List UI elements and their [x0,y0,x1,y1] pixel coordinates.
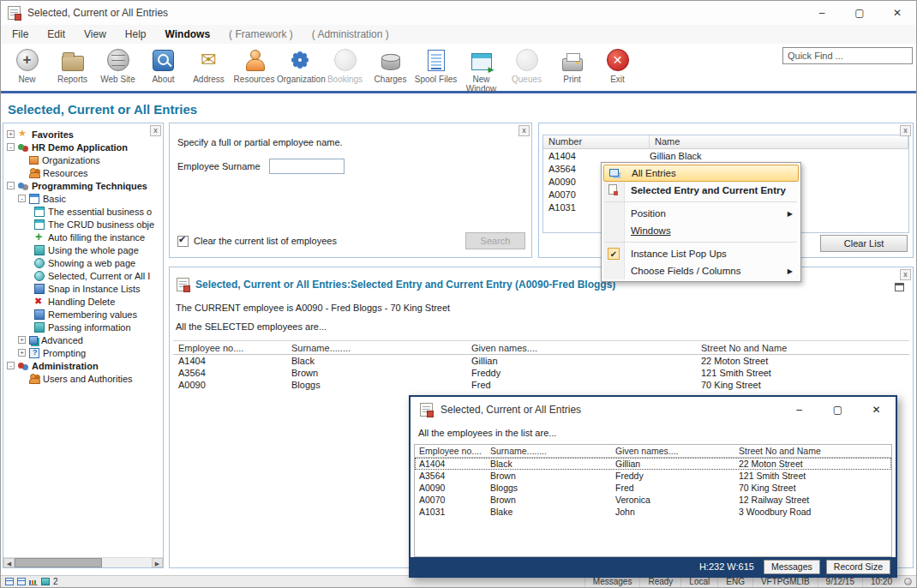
tree-item-basic[interactable]: -Basic [3,192,161,205]
tree-item-hr-demo-application[interactable]: -HR Demo Application [3,141,161,153]
tree-item-passing-information[interactable]: Passing information [3,321,161,333]
toolbar-button-reports[interactable]: Reports [50,46,95,91]
table-row[interactable]: A0070BrownVeronica12 Railway Street [415,494,891,506]
column-header-given-names[interactable]: Given names.... [615,446,739,456]
column-header-name[interactable]: Name [650,135,908,148]
context-menu-item-windows[interactable]: Windows [603,222,799,239]
record-size-button[interactable]: Record Size [826,560,890,574]
table-row[interactable]: A3564BrownFreddy121 Smith Street [173,367,909,379]
table-row[interactable]: A1031BlakeJohn3 Woodbury Road [415,506,891,518]
tree-item-advanced[interactable]: +Advanced [3,333,161,346]
tree-item-users-authorities[interactable]: Users and Authorities [3,372,161,385]
detail-panel-close-icon[interactable]: x [900,269,911,280]
table-row[interactable]: A0090BloggsFred70 King Street [173,379,909,391]
table-row[interactable]: A1404BlackGillian22 Moton Street [173,355,909,367]
tree-item-programming-techniques[interactable]: -Programming Techniques [3,179,161,192]
scrollbar-thumb[interactable] [15,558,102,567]
column-header-employee-no[interactable]: Employee no.... [173,343,291,353]
column-header-surname[interactable]: Surname........ [490,446,615,456]
menu-framework[interactable]: ( Framework ) [219,28,303,40]
toolbar-button-bookings[interactable]: Bookings [322,46,368,91]
menu-windows[interactable]: Windows [156,28,220,40]
toolbar-button-charges[interactable]: Charges [368,46,413,91]
people-icon [29,374,39,384]
menu-view[interactable]: View [75,28,116,40]
clear-list-button[interactable]: Clear List [820,235,908,252]
menu-file[interactable]: File [3,28,38,40]
column-header-employee-no[interactable]: Employee no.... [415,446,490,456]
menu-help[interactable]: Help [116,28,156,40]
restore-icon[interactable] [895,283,904,291]
tree-item-crud-business[interactable]: The CRUD business obje [3,218,161,231]
expander-icon[interactable]: + [18,349,26,357]
column-header-street[interactable]: Street No and Name [739,446,891,456]
close-button[interactable]: ✕ [878,1,916,25]
toolbar-button-address[interactable]: Address [186,46,231,91]
expander-icon[interactable]: + [18,336,26,344]
window-icon [29,194,39,204]
popup-employee-table: Employee no.... Surname........ Given na… [414,444,892,557]
toolbar-button-organization[interactable]: Organization [277,46,322,91]
messages-button[interactable]: Messages [764,560,820,574]
toolbar-button-resources[interactable]: Resources [231,46,277,91]
column-header-number[interactable]: Number [543,135,650,148]
status-indicator-icon [904,578,912,585]
tree-item-remembering-values[interactable]: Remembering values [3,308,161,321]
toolbar-button-website[interactable]: Web Site [95,46,141,91]
tree-item-prompting[interactable]: +Prompting [3,346,161,359]
expander-icon[interactable]: - [7,143,15,151]
toolbar-button-print[interactable]: Print [549,46,595,91]
list-row[interactable]: A1404Gillian Black [543,149,908,162]
clear-list-checkbox[interactable]: ✔ [177,236,189,247]
popup-maximize-button[interactable]: ▢ [818,404,857,416]
maximize-button[interactable]: ▢ [841,1,878,25]
tree-item-auto-filling[interactable]: Auto filling the instance [3,231,161,243]
context-menu-item-position[interactable]: Position▶ [603,205,799,222]
column-header-given-names[interactable]: Given names.... [471,343,701,353]
table-row[interactable]: A3564BrownFreddy121 Smith Street [415,470,891,482]
column-header-street[interactable]: Street No and Name [701,343,909,353]
table-header: Employee no.... Surname........ Given na… [173,340,909,355]
navigation-tree: +Favorites -HR Demo Application Organiza… [3,128,161,556]
expander-icon[interactable]: - [18,195,26,202]
quick-find-input[interactable] [782,47,913,64]
minimize-button[interactable]: – [803,1,841,25]
table-row[interactable]: A0090BloggsFred70 King Street [415,482,891,494]
tree-item-handling-delete[interactable]: Handling Delete [3,295,161,308]
tree-panel-close-icon[interactable]: x [150,125,161,136]
search-button[interactable]: Search [465,232,525,249]
context-menu-item-selected-entry[interactable]: Selected Entry and Current Entry [603,182,799,199]
popup-minimize-button[interactable]: – [780,404,818,416]
toolbar-button-new-window[interactable]: New Window [458,46,504,91]
tree-item-selected-current-all[interactable]: Selected, Current or All I [3,269,161,282]
tree-item-web-page[interactable]: Showing a web page [3,256,161,269]
context-menu-item-all-entries[interactable]: All Entries [603,165,799,182]
tree-item-snap-instance-lists[interactable]: Snap in Instance Lists [3,282,161,295]
table-row-selected[interactable]: A1404BlackGillian22 Moton Street [415,458,891,470]
toolbar-button-spool-files[interactable]: Spool Files [413,46,458,91]
column-header-surname[interactable]: Surname........ [291,343,471,353]
tree-item-resources[interactable]: Resources [3,166,161,179]
context-menu-item-instance-list-popups[interactable]: ✔Instance List Pop Ups [603,245,799,262]
tree-item-essential-business[interactable]: The essential business o [3,205,161,218]
toolbar-button-queues[interactable]: Queues [504,46,549,91]
popup-close-button[interactable]: ✕ [857,404,896,416]
tree-item-whole-page[interactable]: Using the whole page [3,243,161,256]
context-menu-item-choose-fields[interactable]: Choose Fields / Columns▶ [603,262,799,279]
expander-icon[interactable]: - [7,182,15,189]
scroll-right-icon[interactable]: ▶ [152,558,163,567]
menu-administration[interactable]: ( Administration ) [303,28,399,40]
employee-surname-input[interactable] [269,159,345,174]
tree-item-favorites[interactable]: +Favorites [3,128,161,141]
scroll-left-icon[interactable]: ◀ [3,558,15,567]
list-panel-close-icon[interactable]: x [900,125,911,136]
toolbar-button-about[interactable]: About [141,46,186,91]
expander-icon[interactable]: + [7,130,15,138]
tree-item-organizations[interactable]: Organizations [3,153,161,166]
expander-icon[interactable]: - [7,362,15,369]
menu-edit[interactable]: Edit [38,28,75,40]
toolbar-button-exit[interactable]: Exit [595,46,640,91]
tree-item-administration[interactable]: -Administration [3,359,161,372]
toolbar-button-new[interactable]: New [4,46,50,91]
search-panel-close-icon[interactable]: x [518,125,530,136]
